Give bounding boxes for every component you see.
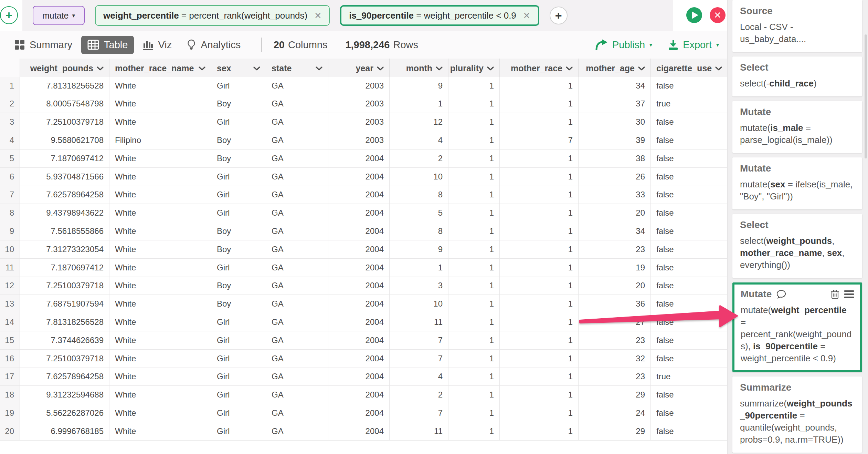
table-cell: false [651, 386, 727, 404]
table-cell: 2004 [328, 295, 390, 313]
chevron-down-icon[interactable] [566, 66, 573, 71]
pill-expression: is_90percentile = weight_percentile < 0.… [349, 10, 516, 21]
column-name: sex [217, 63, 231, 73]
export-button[interactable]: Export ▾ [668, 39, 719, 51]
table-cell: false [651, 331, 727, 350]
add-step-button[interactable]: + [0, 6, 18, 24]
row-number: 5 [0, 149, 20, 168]
table-cell: 19 [579, 259, 651, 277]
lightbulb-icon [187, 39, 196, 50]
bar-chart-icon [143, 40, 153, 50]
table-cell: false [651, 404, 727, 422]
table-cell: White [109, 259, 211, 277]
table-cell: 33 [579, 186, 651, 204]
chevron-down-icon[interactable] [253, 66, 260, 71]
trash-icon[interactable] [830, 289, 839, 299]
comment-bubble-icon[interactable] [776, 290, 786, 299]
table-cell: 23 [579, 240, 651, 259]
table-cell: Boy [211, 131, 266, 149]
chevron-down-icon[interactable] [377, 66, 384, 71]
table-cell: 1 [390, 95, 448, 113]
chevron-down-icon[interactable] [487, 66, 494, 71]
close-icon[interactable]: ✕ [314, 11, 321, 21]
table-cell: 1 [500, 386, 579, 404]
table-cell: 1 [500, 222, 579, 240]
chevron-down-icon[interactable] [97, 66, 104, 71]
table-cell: White [109, 368, 211, 386]
chevron-down-icon: ▾ [716, 42, 719, 48]
table-cell: GA [266, 313, 328, 331]
run-button[interactable] [686, 7, 702, 23]
command-pill[interactable]: is_90percentile = weight_percentile < 0.… [340, 5, 539, 26]
chevron-down-icon[interactable] [316, 66, 322, 71]
cancel-button[interactable]: ✕ [710, 7, 726, 23]
pipeline-step-select[interactable]: Select select(weight_pounds, mother_race… [732, 214, 862, 278]
row-number: 10 [0, 240, 20, 259]
table-cell: Girl [211, 331, 266, 350]
row-number: 19 [0, 404, 20, 422]
add-pill-button[interactable]: + [550, 7, 568, 24]
tab-table[interactable]: Table [81, 36, 134, 54]
chevron-down-icon[interactable] [199, 66, 205, 71]
publish-button[interactable]: Publish ▾ [595, 39, 652, 51]
tab-analytics[interactable]: Analytics [181, 36, 247, 54]
table-cell: 7.81318256528 [20, 313, 109, 331]
column-name: year [356, 63, 373, 73]
column-name: mother_race [511, 63, 562, 73]
table-cell: 1 [448, 295, 500, 313]
chevron-down-icon[interactable] [715, 66, 722, 71]
pipeline-step-summarize[interactable]: Summarize summarize(weight_pounds_90perc… [732, 376, 862, 453]
table-cell: 9 [390, 240, 448, 259]
step-expression: select(weight_pounds, mother_race_name, … [740, 235, 855, 271]
tab-viz[interactable]: Viz [137, 36, 178, 54]
table-cell: White [109, 404, 211, 422]
table-cell: 1 [500, 422, 579, 441]
pipeline-step-mutate[interactable]: Mutate mutate(is_male = parse_logical(is… [732, 101, 862, 153]
plus-icon: + [6, 9, 12, 22]
rows-count-value: 1,998,246 [345, 39, 390, 51]
pipeline-step-mutate[interactable]: Mutate mutate(sex = ifelse(is_male, "Boy… [732, 157, 862, 209]
table-cell: false [651, 240, 727, 259]
table-cell: 7 [390, 331, 448, 350]
table-cell: 2004 [328, 149, 390, 168]
table-cell: White [109, 168, 211, 186]
table-cell: 7.25100379718 [20, 113, 109, 131]
table-cell: Girl [211, 368, 266, 386]
close-icon[interactable]: ✕ [523, 11, 530, 21]
command-pill[interactable]: weight_percentile = percent_rank(weight_… [95, 5, 330, 26]
table-cell: 9 [390, 77, 448, 95]
table-cell: 1 [448, 404, 500, 422]
table-cell: 1 [448, 168, 500, 186]
table-cell: 1 [448, 368, 500, 386]
hamburger-menu-icon[interactable] [844, 290, 854, 298]
table-cell: 10 [390, 168, 448, 186]
pipeline-step-select[interactable]: Select select(-child_race) [732, 56, 862, 96]
pipeline-step-source[interactable]: Source Local - CSV - us_baby_data.... [732, 0, 862, 52]
table-cell: 2004 [328, 404, 390, 422]
table-cell: 1 [500, 240, 579, 259]
chevron-down-icon[interactable] [436, 66, 443, 71]
verb-label: mutate [42, 11, 68, 21]
chevron-down-icon[interactable] [638, 66, 645, 71]
download-icon [668, 40, 678, 50]
table-cell: White [109, 204, 211, 222]
step-title: Source [740, 6, 773, 17]
verb-dropdown-button[interactable]: mutate ▾ [33, 6, 85, 25]
table-cell: 1 [448, 204, 500, 222]
table-cell: 1 [448, 149, 500, 168]
columns-count-label: Columns [288, 39, 327, 51]
table-cell: 34 [579, 77, 651, 95]
main-panel: mutate ▾ weight_percentile = percent_ran… [0, 0, 727, 454]
table-cell: true [651, 95, 727, 113]
table-cell: GA [266, 422, 328, 441]
data-table: weight_pounds # numeric mother_race_name… [0, 59, 727, 454]
row-number: 8 [0, 204, 20, 222]
tab-summary[interactable]: Summary [8, 36, 78, 54]
pipeline-step-mutate[interactable]: Mutate mutate(weight_percentile = percen… [732, 282, 862, 372]
row-number: 13 [0, 295, 20, 313]
table-cell: 32 [579, 350, 651, 368]
table-cell: 1 [448, 277, 500, 295]
table-cell: GA [266, 331, 328, 350]
sidebar-scrollbar[interactable] [865, 34, 867, 158]
table-cell: 11 [390, 422, 448, 441]
